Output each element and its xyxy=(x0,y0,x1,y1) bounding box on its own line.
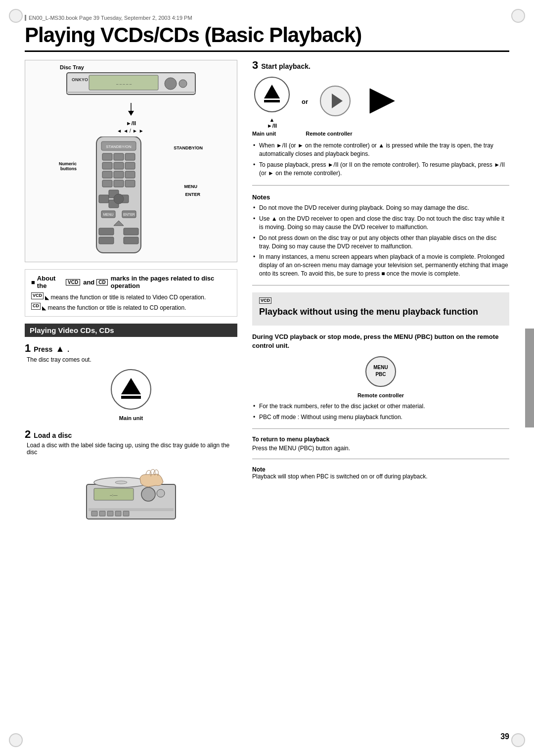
pbc-bullets: For the track numbers, refer to the disc… xyxy=(252,402,509,422)
right-column: 3 Start playback. ▲ ►/II or xyxy=(252,60,509,533)
svg-text:PBC: PBC xyxy=(375,372,386,377)
notes-section: Notes Do not move the DVD receiver durin… xyxy=(252,193,509,278)
svg-text:MENU: MENU xyxy=(103,213,114,216)
svg-rect-15 xyxy=(102,162,112,169)
pbc-title: During VCD playback or stop mode, press … xyxy=(252,332,509,350)
main-unit-buttons: ▲ ►/II xyxy=(252,75,292,129)
pbc-section: During VCD playback or stop mode, press … xyxy=(252,332,509,422)
cd-player-svg: ONKYO – – – – – xyxy=(62,70,200,97)
svg-point-28 xyxy=(114,194,124,204)
about-marks-title: ■ About the VCD and CD marks in the page… xyxy=(31,275,231,289)
svg-rect-20 xyxy=(125,171,135,178)
step-3: 3 Start playback. ▲ ►/II or xyxy=(252,60,509,177)
note-item-1: Do not move the DVD receiver during play… xyxy=(252,204,509,212)
menu-pbc-icon: MENU PBC Remote controller xyxy=(252,354,509,398)
play-triangle-svg xyxy=(367,86,397,116)
vcd-desc: VCD ◣ means the function or title is rel… xyxy=(31,292,231,301)
svg-rect-18 xyxy=(102,171,112,178)
remote-svg: STANDBY/ON xyxy=(87,137,151,255)
svg-point-5 xyxy=(179,80,187,88)
svg-marker-59 xyxy=(370,89,395,113)
svg-marker-8 xyxy=(128,111,134,116)
standby-label: STANDBY/ON xyxy=(174,145,203,150)
notes-list: Do not move the DVD receiver during play… xyxy=(252,204,509,278)
svg-rect-21 xyxy=(102,180,112,187)
svg-rect-13 xyxy=(114,153,124,160)
disc-tray-label: Disc Tray xyxy=(60,64,84,70)
step-3-bullet-1: When ►/II (or ► on the remote controller… xyxy=(252,142,509,158)
divider-2 xyxy=(252,285,509,285)
enter-label-side: ENTER xyxy=(185,192,200,197)
svg-rect-37 xyxy=(124,237,138,244)
step-1-main-unit-label: Main unit xyxy=(25,415,237,421)
note-small: Note Playback will stop when PBC is swit… xyxy=(252,466,509,480)
svg-rect-35 xyxy=(124,228,138,235)
step-1-body: The disc tray comes out. xyxy=(27,356,237,363)
menu-label-side: MENU xyxy=(184,184,198,189)
svg-marker-39 xyxy=(121,378,141,394)
svg-rect-40 xyxy=(121,396,141,399)
cd-mark: CD xyxy=(96,279,107,285)
page-title: Playing VCDs/CDs (Basic Playback) xyxy=(25,24,509,47)
svg-rect-56 xyxy=(264,100,280,102)
page-number: 39 xyxy=(500,732,509,741)
eject-button-svg xyxy=(109,367,153,412)
to-return-body: Press the MENU (PBC) button again. xyxy=(252,445,509,452)
svg-point-44 xyxy=(141,487,155,501)
svg-rect-14 xyxy=(125,153,135,160)
step-3-bullets: When ►/II (or ► on the remote controller… xyxy=(252,142,509,177)
skip-label: ◄◄/►► xyxy=(30,128,232,134)
corner-mark-bl xyxy=(9,733,23,747)
file-info: EN00_L-MS30.book Page 39 Tuesday, Septem… xyxy=(25,15,509,21)
step-2: 2 Load a disc Load a disc with the label… xyxy=(25,429,237,525)
step-2-image: –:–– xyxy=(25,460,237,525)
step-3-title: 3 Start playback. xyxy=(252,60,509,71)
or-separator: or xyxy=(302,98,308,105)
vcd-badge-top: VCD xyxy=(259,297,502,305)
step-1-title: 1 Press ▲. xyxy=(25,343,237,354)
remote-play-button xyxy=(318,84,353,120)
remote-controller-label: Remote controller xyxy=(252,392,509,398)
svg-rect-53 xyxy=(123,511,129,516)
svg-text:– – – – –: – – – – – xyxy=(116,82,132,86)
svg-rect-23 xyxy=(125,180,135,187)
to-return-section: To return to menu playback Press the MEN… xyxy=(252,436,509,452)
note-item-3: Do not press down on the disc tray or pu… xyxy=(252,234,509,251)
menu-pbc-button-svg: MENU PBC xyxy=(363,354,398,389)
svg-rect-26 xyxy=(99,195,109,203)
svg-point-47 xyxy=(115,481,127,484)
divider-4 xyxy=(252,459,509,459)
main-content: Disc Tray ONKYO – – – – – xyxy=(25,60,509,533)
device-top-unit: ONKYO – – – – – xyxy=(30,70,232,257)
note-item-4: In many instances, a menu screen appears… xyxy=(252,253,509,278)
svg-rect-52 xyxy=(115,511,121,516)
cd-desc: CD ◣ means the function or title is rela… xyxy=(31,303,231,311)
button-labels: Main unit Remote controller xyxy=(252,131,509,137)
corner-mark-tl xyxy=(9,9,23,23)
play-pause-label: ►/II xyxy=(30,120,232,126)
svg-text:ENTER: ENTER xyxy=(123,213,135,216)
device-illustration: Disc Tray ONKYO – – – – – xyxy=(25,60,237,262)
svg-rect-36 xyxy=(99,237,114,244)
svg-point-4 xyxy=(165,78,177,90)
step-1: 1 Press ▲. The disc tray comes out. Main… xyxy=(25,343,237,421)
svg-rect-51 xyxy=(107,511,113,516)
step-3-bullet-2: To pause playback, press ►/II (or II on … xyxy=(252,161,509,178)
vcd-mark: VCD xyxy=(66,279,80,285)
remote-play-svg xyxy=(318,84,353,118)
svg-marker-55 xyxy=(264,85,280,98)
svg-text:ONKYO: ONKYO xyxy=(72,77,88,82)
divider-1 xyxy=(252,185,509,186)
about-marks-section: ■ About the VCD and CD marks in the page… xyxy=(25,269,237,317)
corner-mark-tr xyxy=(511,9,525,23)
playback-buttons-row: ▲ ►/II or xyxy=(252,75,509,129)
step-2-body: Load a disc with the label side facing u… xyxy=(27,442,237,456)
svg-rect-50 xyxy=(99,511,105,516)
svg-text:MENU: MENU xyxy=(373,365,388,370)
svg-rect-34 xyxy=(99,228,114,235)
svg-rect-48 xyxy=(89,508,174,511)
svg-point-45 xyxy=(157,489,165,497)
pbc-bullet-1: For the track numbers, refer to the disc… xyxy=(252,402,509,411)
note-item-2: Use ▲ on the DVD receiver to open and cl… xyxy=(252,215,509,232)
svg-rect-22 xyxy=(114,180,124,187)
